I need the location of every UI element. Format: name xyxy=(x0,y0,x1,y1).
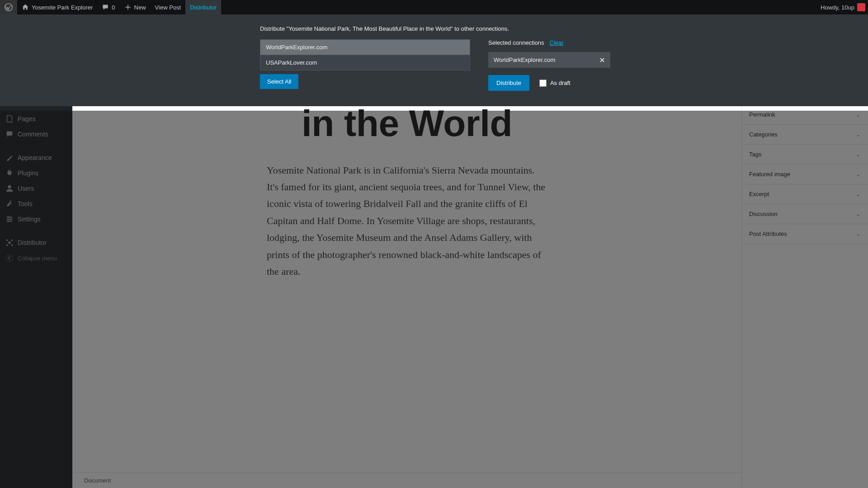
new-label: New xyxy=(134,4,146,11)
chevron-down-icon: ⌄ xyxy=(856,151,861,158)
sidebar-item-users[interactable]: Users xyxy=(0,181,72,196)
svg-point-7 xyxy=(11,239,13,241)
chevron-down-icon: ⌄ xyxy=(856,131,861,138)
wp-logo[interactable] xyxy=(0,0,17,14)
avatar xyxy=(857,3,865,11)
selected-connection-name: WorldParkExplorer.com xyxy=(494,56,555,63)
sidebar-item-tools[interactable]: Tools xyxy=(0,196,72,211)
panel-post-attributes[interactable]: Post Attributes⌄ xyxy=(742,224,868,244)
comments-count[interactable]: 0 xyxy=(97,0,119,14)
sidebar-item-label: Tools xyxy=(18,200,33,207)
collapse-menu[interactable]: Collapse menu xyxy=(0,250,72,266)
panel-label: Categories xyxy=(749,131,778,138)
sidebar-item-appearance[interactable]: Appearance xyxy=(0,150,72,165)
clear-link[interactable]: Clear xyxy=(550,39,564,46)
account-greeting[interactable]: Howdy, 10up xyxy=(816,0,868,14)
panel-tags[interactable]: Tags⌄ xyxy=(742,145,868,164)
sidebar-item-label: Pages xyxy=(18,115,36,122)
admin-bar: Yosemite Park Explorer 0 New View Post D… xyxy=(0,0,868,14)
connection-option[interactable]: USAParkLover.com xyxy=(260,55,470,70)
site-home[interactable]: Yosemite Park Explorer xyxy=(17,0,97,14)
comment-icon xyxy=(5,130,14,138)
comment-icon xyxy=(102,4,109,11)
distributor-label: Distributor xyxy=(190,4,217,11)
collapse-icon xyxy=(5,254,14,262)
svg-point-9 xyxy=(11,244,13,246)
distributor-icon xyxy=(5,239,14,247)
site-name: Yosemite Park Explorer xyxy=(32,4,93,11)
svg-point-2 xyxy=(8,216,9,218)
connection-option[interactable]: WorldParkExplorer.com xyxy=(260,40,470,55)
wordpress-icon xyxy=(5,3,13,11)
panel-discussion[interactable]: Discussion⌄ xyxy=(742,204,868,224)
greeting-text: Howdy, 10up xyxy=(821,4,854,11)
user-icon xyxy=(5,184,14,192)
plus-icon xyxy=(124,4,132,11)
document-footer: Document xyxy=(72,473,741,488)
panel-label: Tags xyxy=(749,151,761,158)
sidebar-item-pages[interactable]: Pages xyxy=(0,111,72,127)
sidebar-item-label: Comments xyxy=(18,131,48,138)
collapse-label: Collapse menu xyxy=(18,255,57,262)
chevron-down-icon: ⌄ xyxy=(856,171,861,178)
selected-connection-chip: WorldParkExplorer.com xyxy=(488,52,610,68)
svg-point-4 xyxy=(8,221,9,222)
sidebar-item-plugins[interactable]: Plugins xyxy=(0,165,72,181)
home-icon xyxy=(22,4,29,11)
sidebar-item-label: Appearance xyxy=(18,154,52,161)
panel-label: Discussion xyxy=(749,211,778,217)
panel-label: Permalink xyxy=(749,111,775,118)
distribute-button[interactable]: Distribute xyxy=(488,75,529,91)
panel-label: Featured image xyxy=(749,171,790,178)
panel-categories[interactable]: Categories⌄ xyxy=(742,125,868,145)
svg-point-8 xyxy=(6,244,8,246)
sidebar-item-label: Distributor xyxy=(18,239,47,246)
svg-point-5 xyxy=(8,241,10,244)
select-all-button[interactable]: Select All xyxy=(260,74,298,89)
brush-icon xyxy=(5,154,14,162)
as-draft-label: As draft xyxy=(550,80,571,86)
chevron-down-icon: ⌄ xyxy=(856,230,861,237)
sidebar-item-comments[interactable]: Comments xyxy=(0,127,72,142)
svg-point-1 xyxy=(8,185,11,188)
chevron-down-icon: ⌄ xyxy=(856,211,861,217)
wrench-icon xyxy=(5,200,14,208)
view-post[interactable]: View Post xyxy=(151,0,186,14)
panel-featured-image[interactable]: Featured image⌄ xyxy=(742,164,868,184)
page-icon xyxy=(5,115,14,123)
plug-icon xyxy=(5,169,14,177)
as-draft-toggle[interactable]: As draft xyxy=(539,80,571,87)
connections-list: WorldParkExplorer.com USAParkLover.com xyxy=(260,39,470,70)
sidebar-item-label: Settings xyxy=(18,216,41,223)
distributor-panel: Distribute "Yosemite National Park, The … xyxy=(0,14,868,106)
panel-label: Post Attributes xyxy=(749,230,787,237)
svg-point-3 xyxy=(10,218,12,220)
svg-point-10 xyxy=(6,255,13,261)
checkbox-icon xyxy=(539,80,547,87)
post-body[interactable]: Yosemite National Park is in California'… xyxy=(267,162,547,280)
remove-icon[interactable] xyxy=(599,57,605,63)
comments-number: 0 xyxy=(112,4,115,11)
panel-permalink[interactable]: Permalink⌄ xyxy=(742,105,868,125)
distributor-heading: Distribute "Yosemite National Park, The … xyxy=(260,25,868,32)
new-content[interactable]: New xyxy=(120,0,151,14)
chevron-down-icon: ⌄ xyxy=(856,191,861,197)
sidebar-item-distributor[interactable]: Distributor xyxy=(0,235,72,250)
distributor-tab[interactable]: Distributor xyxy=(185,0,221,14)
selected-connections-label: Selected connections xyxy=(488,39,544,46)
panel-excerpt[interactable]: Excerpt⌄ xyxy=(742,184,868,204)
svg-point-6 xyxy=(6,239,8,241)
view-post-label: View Post xyxy=(155,4,181,11)
chevron-down-icon: ⌄ xyxy=(856,111,861,118)
sidebar-item-label: Users xyxy=(18,185,34,192)
panel-label: Excerpt xyxy=(749,191,769,197)
sidebar-item-settings[interactable]: Settings xyxy=(0,211,72,227)
sliders-icon xyxy=(5,215,14,223)
document-label[interactable]: Document xyxy=(84,477,111,484)
sidebar-item-label: Plugins xyxy=(18,169,38,177)
